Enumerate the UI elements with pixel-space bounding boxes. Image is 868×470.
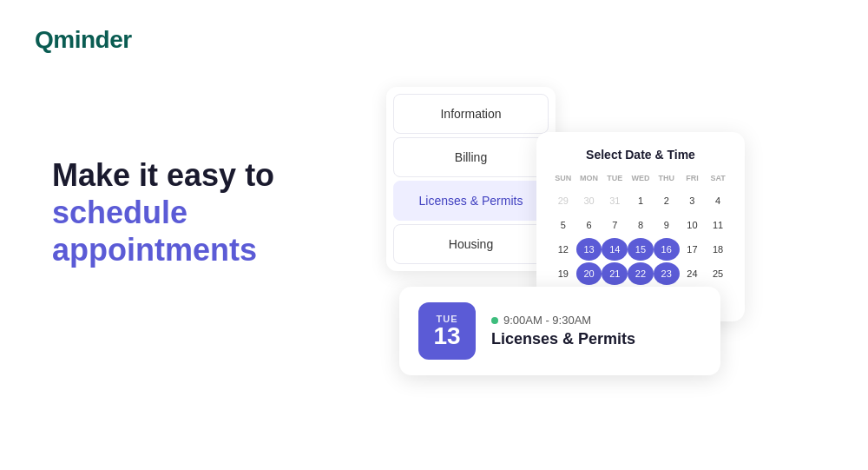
cal-day-14[interactable]: 14 <box>602 238 628 261</box>
headline-line2: schedule <box>52 195 187 230</box>
cal-day[interactable]: 29 <box>550 189 576 212</box>
appointment-card: TUE 13 9:00AM - 9:30AM Licenses & Permit… <box>399 287 720 375</box>
cal-day[interactable]: 7 <box>602 214 628 236</box>
cal-day[interactable]: 4 <box>705 189 731 212</box>
cal-day[interactable]: 3 <box>680 189 706 212</box>
cal-day-23[interactable]: 23 <box>654 262 680 285</box>
cal-day[interactable]: 2 <box>654 189 680 212</box>
cal-day-22[interactable]: 22 <box>628 262 654 285</box>
availability-dot <box>491 317 498 324</box>
cal-day[interactable]: 30 <box>576 189 602 212</box>
appointment-time: 9:00AM - 9:30AM <box>491 314 635 327</box>
logo-text: Qminder <box>35 26 132 54</box>
cal-day[interactable]: 24 <box>680 262 706 285</box>
cal-day[interactable]: 19 <box>550 262 576 285</box>
appointment-details: 9:00AM - 9:30AM Licenses & Permits <box>491 314 635 348</box>
service-item-information[interactable]: Information <box>393 94 549 134</box>
cal-day[interactable]: 31 <box>602 189 628 212</box>
cal-day-13[interactable]: 13 <box>576 238 602 261</box>
calendar-title: Select Date & Time <box>550 148 731 162</box>
appointment-service: Licenses & Permits <box>491 330 635 348</box>
logo: Qminder <box>35 26 132 54</box>
cal-day[interactable]: 5 <box>550 214 576 236</box>
service-item-billing[interactable]: Billing <box>393 137 549 177</box>
cal-day[interactable]: 8 <box>628 214 654 236</box>
cal-day-21[interactable]: 21 <box>602 262 628 285</box>
appointment-day-num: 13 <box>433 324 460 348</box>
cal-day-15[interactable]: 15 <box>628 238 654 261</box>
appointment-date-box: TUE 13 <box>418 302 476 360</box>
headline: Make it easy to schedule appointments <box>52 156 330 269</box>
cal-day[interactable]: 6 <box>576 214 602 236</box>
cal-day[interactable]: 10 <box>680 214 706 236</box>
cal-day[interactable]: 9 <box>654 214 680 236</box>
cal-day-16[interactable]: 16 <box>654 238 680 261</box>
service-item-licenses[interactable]: Licenses & Permits <box>393 181 549 221</box>
calendar-day-names: SUN MON TUE WED THU FRI SAT <box>550 172 731 184</box>
cal-day[interactable]: 11 <box>705 214 731 236</box>
headline-line3: appointments <box>52 232 257 268</box>
cal-day[interactable]: 12 <box>550 238 576 261</box>
cal-day[interactable]: 1 <box>628 189 654 212</box>
headline-line1: Make it easy to <box>52 157 274 193</box>
service-list-card: Information Billing Licenses & Permits H… <box>386 87 556 271</box>
service-item-housing[interactable]: Housing <box>393 224 549 264</box>
appointment-time-text: 9:00AM - 9:30AM <box>503 314 591 327</box>
cal-day[interactable]: 18 <box>705 238 731 261</box>
cal-day-20[interactable]: 20 <box>576 262 602 285</box>
cal-day[interactable]: 25 <box>705 262 731 285</box>
cal-day[interactable]: 17 <box>680 238 706 261</box>
